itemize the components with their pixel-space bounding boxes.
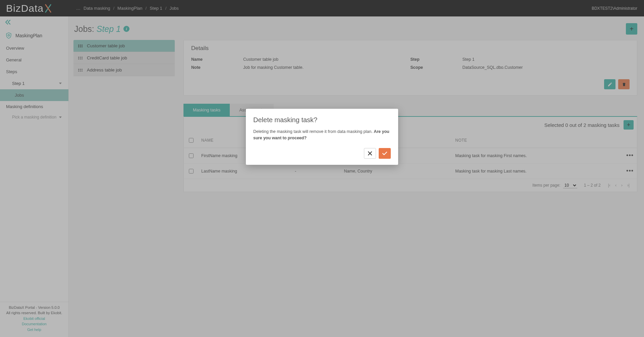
dialog-title: Delete masking task?	[253, 116, 391, 124]
modal-overlay[interactable]: Delete masking task? Deleting the maskin…	[0, 0, 644, 337]
close-icon	[368, 151, 372, 155]
cancel-button[interactable]	[364, 148, 376, 159]
confirm-button[interactable]	[379, 148, 391, 159]
dialog-body-text: Deleting the masking task will remove it…	[253, 129, 374, 134]
check-icon	[382, 151, 387, 155]
delete-task-dialog: Delete masking task? Deleting the maskin…	[246, 109, 398, 165]
dialog-body: Deleting the masking task will remove it…	[253, 129, 391, 141]
